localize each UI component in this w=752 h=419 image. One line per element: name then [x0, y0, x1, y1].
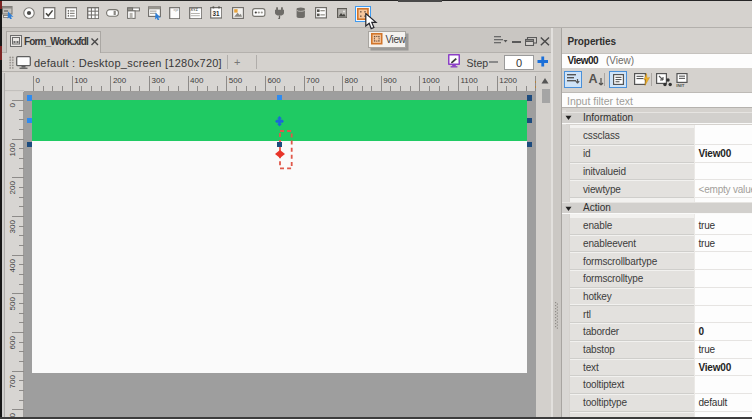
svg-text:31: 31 — [212, 11, 219, 18]
svg-text:xyz: xyz — [173, 7, 178, 11]
svg-text:INIT: INIT — [677, 82, 686, 86]
svg-text:XYZ: XYZ — [190, 8, 198, 12]
